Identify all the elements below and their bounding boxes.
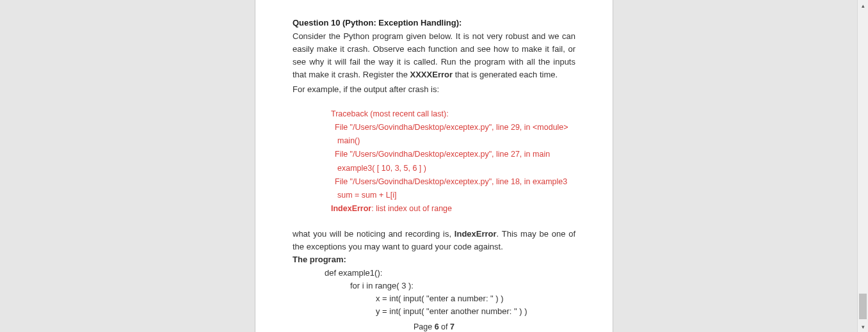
page-footer: Page 6 of 7	[293, 322, 575, 331]
footer-current-page: 6	[435, 322, 439, 331]
scroll-thumb[interactable]	[859, 294, 867, 319]
example-lead-in: For example, if the output after crash i…	[293, 83, 575, 96]
traceback-summary: IndexError: list index out of range	[331, 202, 575, 216]
after-paragraph: what you will be noticing and recording …	[293, 228, 575, 253]
document-viewport: Question 10 (Python: Exception Handling)…	[0, 0, 868, 332]
document-page: Question 10 (Python: Exception Handling)…	[255, 0, 613, 332]
code-line: y = int( input( "enter another number: "…	[325, 305, 575, 318]
traceback-line: Traceback (most recent call last):	[331, 107, 575, 121]
code-line: for i in range( 3 ):	[325, 280, 575, 292]
footer-middle: of	[439, 322, 450, 331]
traceback-line: File "/Users/Govindha/Desktop/exceptex.p…	[331, 121, 575, 134]
traceback-line: sum = sum + L[i]	[331, 189, 575, 202]
error-message: : list index out of range	[371, 204, 452, 213]
code-line: def example1():	[325, 267, 575, 280]
scroll-up-arrow-icon[interactable]: ▴	[858, 0, 868, 11]
footer-total-pages: 7	[450, 322, 454, 331]
footer-prefix: Page	[414, 322, 435, 331]
intro-paragraph: Consider the Python program given below.…	[293, 30, 575, 82]
code-line: x = int( input( "enter a number: " ) )	[325, 292, 575, 305]
traceback-line: File "/Users/Govindha/Desktop/exceptex.p…	[331, 148, 575, 161]
program-code-block: def example1(): for i in range( 3 ): x =…	[325, 267, 575, 319]
vertical-scrollbar[interactable]: ▴ ▾	[857, 0, 868, 332]
error-placeholder: XXXXError	[410, 70, 453, 79]
traceback-line: File "/Users/Govindha/Desktop/exceptex.p…	[331, 175, 575, 189]
after-text-a: what you will be noticing and recording …	[293, 229, 454, 239]
intro-text-b: that is generated each time.	[453, 70, 558, 79]
scroll-down-arrow-icon[interactable]: ▾	[858, 321, 868, 332]
recorded-error-name: IndexError	[454, 229, 497, 239]
traceback-block: Traceback (most recent call last): File …	[331, 107, 575, 216]
traceback-line: main()	[331, 134, 575, 148]
error-name: IndexError	[331, 204, 371, 213]
question-heading: Question 10 (Python: Exception Handling)…	[293, 18, 575, 28]
program-label: The program:	[293, 255, 575, 264]
traceback-line: example3( [ 10, 3, 5, 6 ] )	[331, 162, 575, 175]
